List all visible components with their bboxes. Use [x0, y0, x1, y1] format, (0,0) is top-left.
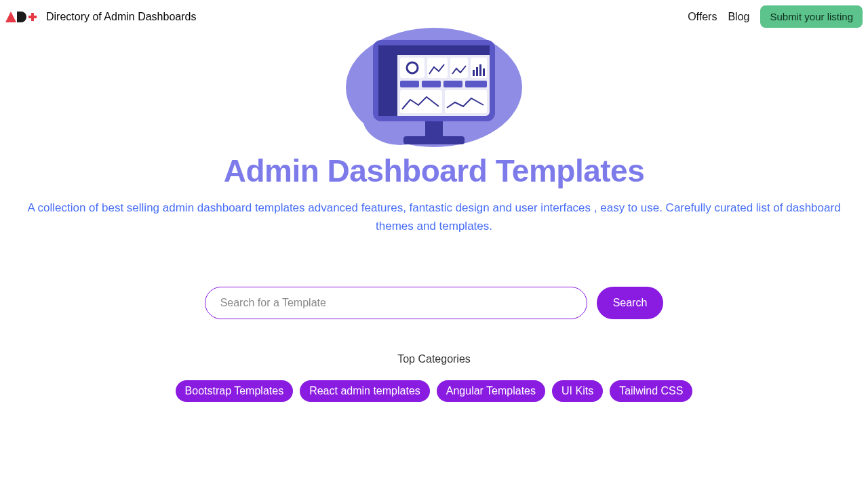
- submit-listing-button[interactable]: Submit your listing: [760, 5, 863, 28]
- hero-illustration: [336, 20, 532, 155]
- svg-rect-20: [400, 81, 419, 87]
- svg-rect-7: [425, 121, 443, 136]
- category-pill[interactable]: UI Kits: [552, 380, 603, 402]
- svg-rect-13: [427, 58, 448, 78]
- nav-blog[interactable]: Blog: [728, 11, 749, 23]
- top-categories-heading: Top Categories: [397, 353, 471, 365]
- search-input[interactable]: [205, 287, 587, 319]
- svg-rect-19: [483, 68, 485, 76]
- svg-rect-17: [476, 67, 478, 76]
- categories-row: Bootstrap Templates React admin template…: [176, 380, 693, 402]
- search-button[interactable]: Search: [597, 287, 664, 319]
- svg-rect-10: [378, 55, 397, 116]
- category-pill[interactable]: React admin templates: [300, 380, 430, 402]
- logo-icon: [5, 10, 37, 24]
- svg-rect-8: [403, 136, 465, 144]
- svg-rect-22: [443, 81, 462, 87]
- hero: Admin Dashboard Templates A collection o…: [0, 20, 868, 402]
- svg-rect-18: [479, 64, 481, 76]
- nav-offers[interactable]: Offers: [688, 11, 717, 23]
- svg-rect-2: [31, 13, 34, 21]
- category-pill[interactable]: Angular Templates: [437, 380, 545, 402]
- svg-rect-16: [473, 70, 475, 76]
- category-pill[interactable]: Bootstrap Templates: [176, 380, 294, 402]
- nav-links: Offers Blog Submit your listing: [688, 5, 863, 28]
- brand-text: Directory of Admin Dashboards: [46, 11, 196, 23]
- svg-rect-9: [378, 45, 490, 55]
- svg-rect-14: [450, 58, 468, 78]
- site-logo[interactable]: [5, 10, 37, 24]
- search-row: Search: [205, 287, 664, 319]
- page-subtitle: A collection of best selling admin dashb…: [24, 199, 844, 235]
- category-pill[interactable]: Tailwind CSS: [610, 380, 692, 402]
- svg-rect-25: [445, 90, 487, 113]
- svg-rect-21: [422, 81, 441, 87]
- svg-rect-23: [465, 81, 487, 87]
- svg-marker-0: [5, 12, 16, 22]
- svg-rect-11: [400, 58, 425, 78]
- page-title: Admin Dashboard Templates: [224, 152, 645, 189]
